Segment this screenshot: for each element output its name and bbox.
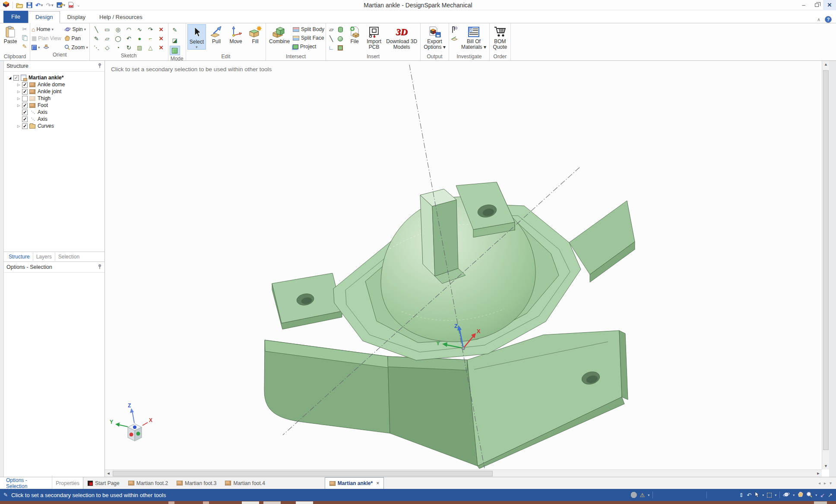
zoom-out-icon[interactable]: ↙ [820,492,825,498]
sketch-bend-icon[interactable]: △ [145,43,156,52]
sketch-arc-icon[interactable]: ↶ [124,34,134,43]
doc-tab-start-page[interactable]: Start Page [83,477,124,489]
tab-nav-right-icon[interactable]: ▸ [824,481,826,485]
expand-icon[interactable]: ▷ [16,83,21,87]
export-options-button[interactable]: Export Options ▾ [422,24,447,50]
zoom-button[interactable]: Zoom▾ [64,43,88,51]
scroll-up-icon[interactable]: ▲ [822,61,830,68]
close-button[interactable]: ✕ [823,0,836,10]
status-select-icon[interactable] [754,491,759,499]
vertical-scrollbar[interactable]: ▲ ▼ [822,61,829,469]
export-stl-button[interactable]: STL [68,2,74,8]
panel-tab-layers[interactable]: Layers [33,252,55,261]
bom-quote-button[interactable]: BOM Quote [491,24,509,50]
undo-button[interactable]: ↶▾ [35,2,43,9]
view-mode-buttons[interactable]: ▾ [32,43,61,51]
sketch-point-icon[interactable]: ● [134,34,145,43]
sketch-three-point-rectangle-icon[interactable]: ▱ [102,34,113,43]
cut-icon[interactable]: ✂ [21,25,28,33]
insert-cylinder-icon[interactable] [336,26,344,33]
sketch-three-point-circle-icon[interactable]: ◯ [113,34,124,43]
scroll-left-icon[interactable]: ◄ [105,471,112,476]
status-pan-icon[interactable] [798,491,803,498]
tab-file[interactable]: File [3,11,28,23]
select-button[interactable]: Select ▾ [187,24,206,50]
warning-icon[interactable]: ⚠ [640,492,645,498]
tree-row[interactable]: ✓ ⋱ Axis [4,116,104,123]
panel-tab-structure[interactable]: Structure [6,252,33,261]
sketch-split-icon[interactable]: ✕ [156,34,167,43]
stop-icon[interactable] [631,492,637,498]
panel-tab-selection[interactable]: Selection [55,252,82,261]
move-button[interactable]: Move [227,24,245,44]
split-face-button[interactable]: Split Face [293,34,324,42]
collapse-ribbon-icon[interactable]: ∧ [817,17,820,22]
tab-design[interactable]: Design [28,11,60,23]
bottom-tab-properties[interactable]: Properties [52,479,83,488]
sketch-delete-icon[interactable]: ✕ [156,43,167,52]
doc-tab-martian-ankle[interactable]: Martian ankle* × [325,477,384,489]
horizontal-scrollbar[interactable]: ◄ ► [105,469,822,477]
format-painter-icon[interactable]: ✎ [21,43,28,50]
expand-icon[interactable]: ▷ [16,97,21,101]
redo-button[interactable]: ↷▾ [46,2,53,9]
tree-row-root[interactable]: ◢ ✓ Martian ankle* [4,74,104,81]
sketch-line-icon[interactable]: ╲ [91,25,102,34]
doc-tab-martian-foot-2[interactable]: Martian foot.2 [124,477,172,489]
tree-row[interactable]: ▷ ✓ Curves [4,123,104,129]
sketch-plane-icon[interactable]: ▨ [134,43,145,52]
tab-help[interactable]: Help / Resources [92,12,149,23]
minimize-button[interactable]: – [797,0,810,10]
insert-file-button[interactable]: File [345,24,364,44]
zoom-extents-icon[interactable]: ↗ [828,492,833,498]
sketch-trim-icon[interactable]: ✕ [156,25,167,34]
combine-button[interactable]: Combine [267,24,291,44]
visibility-checkbox[interactable]: ✓ [22,110,28,115]
scroll-down-icon[interactable]: ▼ [822,463,830,469]
open-file-button[interactable] [16,2,23,8]
close-tab-icon[interactable]: × [376,480,379,486]
doc-tab-martian-foot-3[interactable]: Martian foot.3 [172,477,221,489]
status-spin-icon[interactable] [783,492,790,498]
selection-box-icon[interactable] [767,493,772,498]
tree-row[interactable]: ▷ ✓ Ankle dome [4,81,104,88]
paste-button[interactable]: Paste [1,24,19,44]
save-button[interactable] [26,2,32,8]
updown-icon[interactable]: ⇕ [739,492,744,498]
sketch-polyline-icon[interactable]: ✎ [91,34,102,43]
visibility-checkbox[interactable]: ✓ [22,89,28,94]
fill-button[interactable]: Fill [246,24,264,44]
vertical-scroll-thumb[interactable] [823,70,829,450]
tree-row[interactable]: ▷ ✓ Foot [4,102,104,109]
tree-row[interactable]: ▷ Thigh [4,95,104,102]
orientation-cube[interactable]: Z X Y [110,403,152,441]
sketch-sweep-arc-icon[interactable]: ↷ [145,25,156,34]
status-undo-icon[interactable]: ↶ [747,492,751,498]
project-button[interactable]: Project [293,43,324,50]
visibility-checkbox[interactable] [22,96,28,101]
plan-view-button[interactable]: ▦Plan View [32,34,61,42]
tree-row[interactable]: ▷ ✓ Ankle joint [4,88,104,95]
solid-mode-icon[interactable] [170,46,180,55]
insert-shell-icon[interactable] [336,44,344,51]
sketch-construction-line-icon[interactable]: ⋱ [91,43,102,52]
pull-button[interactable]: Pull [207,24,225,44]
download-3d-models-button[interactable]: 3D Download 3D Models [384,24,419,50]
tab-nav-left-icon[interactable]: ◂ [818,481,820,485]
sketch-corner-icon[interactable]: ⌐ [145,34,156,43]
measure-caliper-icon[interactable] [450,26,458,33]
copy-icon[interactable] [21,34,28,41]
customize-toolbar-button[interactable]: ⌄ [77,3,80,7]
insert-line-icon[interactable]: ╲ [327,35,335,42]
bill-of-materials-button[interactable]: 1 Bill Of Materials ▾ [459,24,488,50]
insert-sphere-icon[interactable] [336,35,344,42]
scroll-right-icon[interactable]: ► [815,471,822,476]
pin-icon[interactable] [98,63,102,69]
insert-axes-icon[interactable]: ∟ [327,44,335,51]
doc-tab-martian-foot-4[interactable]: Martian foot.4 [221,477,269,489]
sketch-ellipse-icon[interactable]: ◇ [102,43,113,52]
panel-dock-strip[interactable] [0,61,4,489]
expand-icon[interactable]: ◢ [7,76,13,80]
restore-button[interactable] [810,0,823,10]
visibility-checkbox[interactable]: ✓ [22,117,28,122]
